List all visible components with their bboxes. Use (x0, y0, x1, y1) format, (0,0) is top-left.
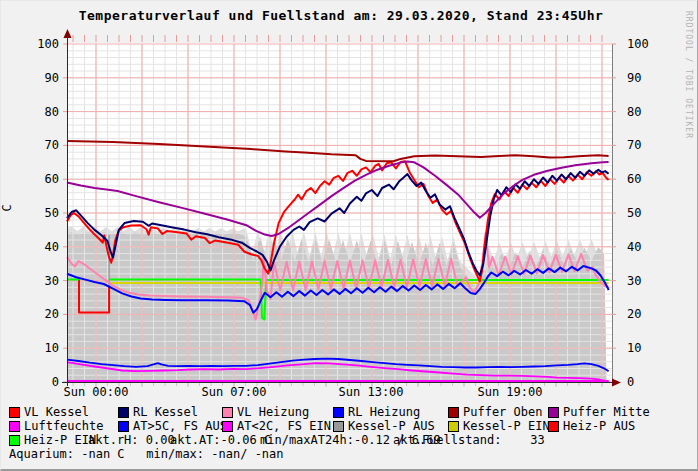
legend-swatch-kessel-p-aus (333, 421, 344, 432)
y-tick-left-70: 70 (7, 138, 59, 152)
legend-label-vl-heizung: VL Heizung (237, 406, 309, 419)
y-tick-right-30: 30 (627, 274, 677, 288)
legend-swatch-rl-kessel (118, 407, 129, 418)
x-axis-arrow (612, 379, 621, 387)
x-tick-sun-07-00: Sun 07:00 (189, 385, 279, 399)
legend-swatch-vl-heizung (222, 407, 233, 418)
legend-label-akt-at-0-06-c: akt.AT:-0.06 C (170, 434, 271, 447)
y-tick-left-80: 80 (7, 105, 59, 119)
y-tick-left-60: 60 (7, 172, 59, 186)
legend-label-at-2c-fs-ein: AT<2C, FS EIN (237, 420, 331, 433)
y-tick-left-50: 50 (7, 206, 59, 220)
legend-label-heiz-p-ein: Heiz-P EIN (24, 434, 96, 447)
x-tick-sun-19-00: Sun 19:00 (465, 385, 555, 399)
legend-label-akt-fuellstand-: akt.Fuellstand: 33 (393, 434, 545, 447)
y-tick-left-20: 20 (7, 307, 59, 321)
legend-swatch-at-5c-fs-aus (118, 421, 129, 432)
y-tick-left-90: 90 (7, 71, 59, 85)
legend-label-puffer-mitte: Puffer Mitte (563, 406, 650, 419)
legend-swatch-luftfeuchte (9, 421, 20, 432)
legend-label-akt-rh-0-00: akt.rH: 0.00 (88, 434, 175, 447)
y-tick-left-40: 40 (7, 240, 59, 254)
y-axis-arrow (64, 29, 72, 38)
y-tick-right-60: 60 (627, 172, 677, 186)
legend-swatch-heiz-p-aus (548, 421, 559, 432)
legend-label-luftfeuchte: Luftfeuchte (24, 420, 103, 433)
y-tick-right-80: 80 (627, 105, 677, 119)
y-tick-right-90: 90 (627, 71, 677, 85)
legend-label-kessel-p-aus: Kessel-P AUS (348, 420, 435, 433)
ticks-top (73, 35, 602, 42)
y-tick-left-10: 10 (7, 341, 59, 355)
y-tick-left-100: 100 (7, 37, 59, 51)
legend-label-rl-kessel: RL Kessel (133, 406, 198, 419)
rrd-temperature-graph: Temperaturverlauf und Fuellstand am: 29.… (0, 0, 698, 471)
legend-label-heiz-p-aus: Heiz-P AUS (563, 420, 635, 433)
y-tick-right-10: 10 (627, 341, 677, 355)
y-tick-right-50: 50 (627, 206, 677, 220)
chart-canvas (1, 1, 698, 471)
y-tick-left-30: 30 (7, 274, 59, 288)
legend-swatch-heiz-p-ein (9, 435, 20, 446)
legend-swatch-kessel-p-ein (448, 421, 459, 432)
y-tick-right-40: 40 (627, 240, 677, 254)
x-tick-sun-00-00: Sun 00:00 (51, 385, 141, 399)
legend-label-puffer-oben: Puffer Oben (463, 406, 542, 419)
y-tick-right-20: 20 (627, 307, 677, 321)
legend-swatch-puffer-mitte (548, 407, 559, 418)
x-tick-sun-13-00: Sun 13:00 (326, 385, 416, 399)
legend-swatch-rl-heizung (333, 407, 344, 418)
legend-swatch-puffer-oben (448, 407, 459, 418)
legend-label-aquarium-nan-c-: Aquarium: -nan C min/max: -nan/ -nan (9, 448, 284, 461)
y-tick-right-70: 70 (627, 138, 677, 152)
legend-swatch-vl-kessel (9, 407, 20, 418)
legend-label-at-5c-fs-aus: AT>5C, FS AUS (133, 420, 227, 433)
legend-label-rl-heizung: RL Heizung (348, 406, 420, 419)
legend-label-vl-kessel: VL Kessel (24, 406, 89, 419)
y-tick-right-100: 100 (627, 37, 677, 51)
y-tick-right-0: 0 (627, 375, 677, 389)
legend-swatch-at-2c-fs-ein (222, 421, 233, 432)
legend-label-kessel-p-ein: Kessel-P EIN (463, 420, 550, 433)
